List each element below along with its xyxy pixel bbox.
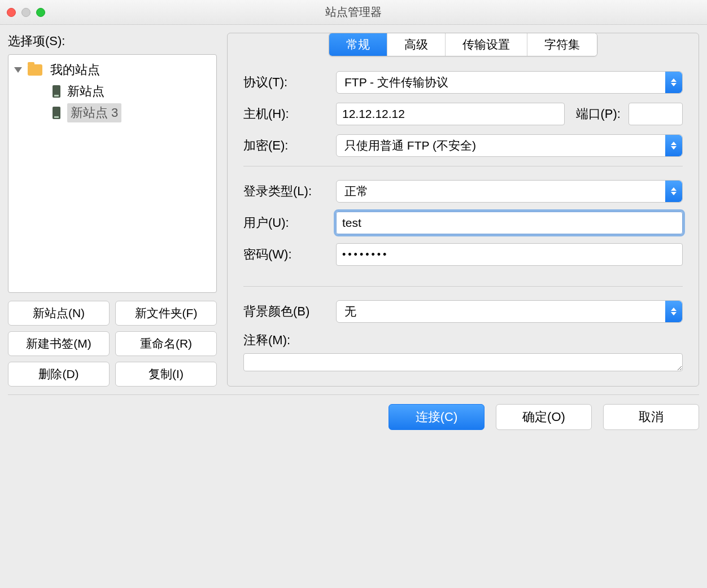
server-icon bbox=[53, 107, 60, 119]
protocol-value: FTP - 文件传输协议 bbox=[344, 74, 448, 90]
select-arrows-icon bbox=[665, 301, 682, 322]
tab-general[interactable]: 常规 bbox=[329, 33, 387, 56]
tree-item[interactable]: 新站点 bbox=[11, 81, 214, 102]
tree-item-selected[interactable]: 新站点 3 bbox=[11, 102, 214, 124]
password-label: 密码(W): bbox=[243, 246, 328, 263]
divider bbox=[243, 286, 683, 287]
folder-icon bbox=[28, 64, 42, 76]
tab-bar: 常规 高级 传输设置 字符集 bbox=[329, 33, 597, 56]
disclosure-triangle-icon[interactable] bbox=[14, 67, 22, 73]
new-bookmark-button[interactable]: 新建书签(M) bbox=[8, 331, 110, 356]
user-label: 用户(U): bbox=[243, 214, 328, 231]
tab-transfer[interactable]: 传输设置 bbox=[446, 33, 527, 56]
connect-button[interactable]: 连接(C) bbox=[389, 404, 485, 430]
dialog-footer: 连接(C) 确定(O) 取消 bbox=[8, 394, 699, 439]
rename-button[interactable]: 重命名(R) bbox=[115, 331, 217, 356]
tree-root[interactable]: 我的站点 bbox=[11, 59, 214, 81]
tree-item-label: 新站点 3 bbox=[67, 103, 121, 122]
user-input[interactable] bbox=[336, 212, 683, 234]
tab-advanced[interactable]: 高级 bbox=[387, 33, 446, 56]
comment-textarea[interactable] bbox=[243, 353, 683, 371]
select-arrows-icon bbox=[665, 72, 682, 93]
port-input[interactable] bbox=[629, 103, 683, 125]
tab-charset[interactable]: 字符集 bbox=[527, 33, 597, 56]
bgcolor-select[interactable]: 无 bbox=[336, 300, 683, 323]
settings-panel: 常规 高级 传输设置 字符集 协议(T): FTP - 文件传输协议 主机(H)… bbox=[227, 33, 699, 387]
server-icon bbox=[53, 85, 60, 98]
password-value: •••••••• bbox=[342, 249, 389, 261]
bgcolor-value: 无 bbox=[344, 304, 356, 319]
host-input[interactable] bbox=[336, 103, 565, 125]
ok-button[interactable]: 确定(O) bbox=[496, 404, 592, 430]
port-label: 端口(P): bbox=[576, 106, 621, 122]
new-folder-button[interactable]: 新文件夹(F) bbox=[115, 301, 217, 326]
titlebar: 站点管理器 bbox=[0, 0, 707, 25]
protocol-select[interactable]: FTP - 文件传输协议 bbox=[336, 71, 683, 94]
select-arrows-icon bbox=[665, 181, 682, 202]
window-title: 站点管理器 bbox=[0, 5, 707, 20]
tree-item-label: 新站点 bbox=[67, 83, 104, 100]
encryption-select[interactable]: 只使用普通 FTP (不安全) bbox=[336, 134, 683, 157]
select-entry-label: 选择项(S): bbox=[8, 33, 217, 50]
tree-root-label: 我的站点 bbox=[50, 62, 100, 78]
copy-button[interactable]: 复制(I) bbox=[115, 362, 217, 387]
cancel-button[interactable]: 取消 bbox=[603, 404, 699, 430]
logon-type-label: 登录类型(L): bbox=[243, 183, 328, 200]
site-tree[interactable]: 我的站点 新站点 新站点 3 bbox=[8, 54, 217, 293]
logon-type-value: 正常 bbox=[344, 183, 368, 199]
logon-type-select[interactable]: 正常 bbox=[336, 180, 683, 203]
new-site-button[interactable]: 新站点(N) bbox=[8, 301, 110, 326]
encryption-value: 只使用普通 FTP (不安全) bbox=[344, 138, 476, 153]
protocol-label: 协议(T): bbox=[243, 74, 328, 91]
select-arrows-icon bbox=[665, 135, 682, 156]
encryption-label: 加密(E): bbox=[243, 137, 328, 154]
comment-label: 注释(M): bbox=[243, 332, 290, 349]
password-input[interactable]: •••••••• bbox=[336, 243, 683, 266]
bgcolor-label: 背景颜色(B) bbox=[243, 303, 328, 320]
divider bbox=[243, 166, 683, 166]
delete-button[interactable]: 删除(D) bbox=[8, 362, 110, 387]
host-label: 主机(H): bbox=[243, 106, 328, 122]
